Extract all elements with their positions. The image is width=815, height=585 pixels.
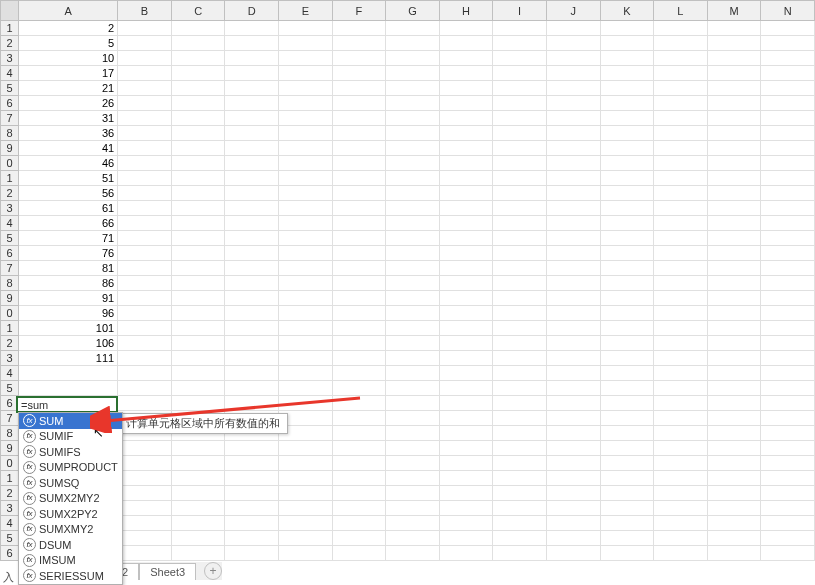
column-header-A[interactable]: A (18, 1, 117, 21)
autocomplete-item-sumx2py2[interactable]: fxSUMX2PY2 (19, 506, 122, 522)
cell[interactable] (225, 36, 279, 51)
cell[interactable] (332, 186, 386, 201)
cell[interactable] (546, 501, 600, 516)
cell[interactable] (279, 171, 333, 186)
cell[interactable] (225, 231, 279, 246)
cell[interactable] (225, 126, 279, 141)
cell[interactable] (546, 531, 600, 546)
row-header[interactable]: 4 (1, 216, 19, 231)
cell[interactable] (707, 201, 761, 216)
cell[interactable] (600, 66, 654, 81)
cell[interactable] (600, 306, 654, 321)
cell[interactable] (171, 276, 225, 291)
cell[interactable] (600, 276, 654, 291)
cell[interactable] (707, 261, 761, 276)
cell[interactable] (118, 201, 172, 216)
cell[interactable] (707, 546, 761, 561)
row-header[interactable]: 2 (1, 336, 19, 351)
cell[interactable] (386, 156, 440, 171)
cell[interactable] (654, 36, 708, 51)
cell[interactable] (761, 531, 815, 546)
cell[interactable] (493, 201, 547, 216)
cell[interactable] (707, 36, 761, 51)
cell[interactable] (654, 81, 708, 96)
cell[interactable] (546, 336, 600, 351)
cell[interactable] (171, 246, 225, 261)
cell[interactable] (761, 156, 815, 171)
cell[interactable] (761, 471, 815, 486)
cell[interactable] (654, 381, 708, 396)
cell[interactable] (707, 366, 761, 381)
cell[interactable] (386, 426, 440, 441)
cell[interactable] (600, 501, 654, 516)
cell[interactable] (546, 291, 600, 306)
cell[interactable] (493, 291, 547, 306)
cell[interactable] (171, 81, 225, 96)
cell[interactable] (707, 66, 761, 81)
cell[interactable] (439, 126, 493, 141)
cell[interactable] (600, 411, 654, 426)
cell[interactable] (386, 381, 440, 396)
cell[interactable] (761, 351, 815, 366)
cell[interactable] (707, 516, 761, 531)
cell[interactable] (493, 246, 547, 261)
cell[interactable] (386, 141, 440, 156)
cell[interactable] (707, 156, 761, 171)
cell[interactable] (546, 366, 600, 381)
cell[interactable] (225, 396, 279, 411)
cell[interactable] (332, 51, 386, 66)
cell[interactable]: 17 (18, 66, 117, 81)
cell[interactable] (707, 126, 761, 141)
cell[interactable] (654, 246, 708, 261)
cell[interactable] (761, 381, 815, 396)
cell[interactable] (332, 126, 386, 141)
column-header-L[interactable]: L (654, 1, 708, 21)
cell[interactable] (600, 381, 654, 396)
cell[interactable] (118, 246, 172, 261)
cell[interactable] (279, 366, 333, 381)
row-header[interactable]: 0 (1, 456, 19, 471)
cell[interactable]: 31 (18, 111, 117, 126)
cell[interactable] (332, 411, 386, 426)
cell[interactable] (546, 111, 600, 126)
cell[interactable] (546, 321, 600, 336)
cell[interactable] (654, 171, 708, 186)
cell[interactable] (707, 441, 761, 456)
cell[interactable] (546, 546, 600, 561)
cell[interactable] (386, 21, 440, 36)
cell[interactable] (386, 51, 440, 66)
cell[interactable] (225, 141, 279, 156)
cell[interactable] (654, 96, 708, 111)
column-header-D[interactable]: D (225, 1, 279, 21)
cell[interactable] (225, 246, 279, 261)
cell[interactable] (654, 531, 708, 546)
cell[interactable] (439, 186, 493, 201)
cell[interactable] (118, 366, 172, 381)
cell[interactable] (332, 336, 386, 351)
cell[interactable]: 96 (18, 306, 117, 321)
cell[interactable] (493, 366, 547, 381)
cell[interactable] (546, 411, 600, 426)
cell[interactable] (600, 456, 654, 471)
cell[interactable] (171, 231, 225, 246)
cell[interactable] (707, 306, 761, 321)
row-header[interactable]: 8 (1, 276, 19, 291)
cell[interactable] (279, 36, 333, 51)
cell[interactable] (118, 51, 172, 66)
cell[interactable] (546, 171, 600, 186)
cell[interactable] (707, 231, 761, 246)
cell[interactable] (707, 531, 761, 546)
cell[interactable] (546, 261, 600, 276)
active-cell-formula-input[interactable]: =sum (16, 396, 118, 413)
autocomplete-item-sum[interactable]: fxSUM (19, 413, 122, 429)
cell[interactable] (118, 336, 172, 351)
cell[interactable] (707, 51, 761, 66)
cell[interactable] (386, 336, 440, 351)
cell[interactable] (279, 501, 333, 516)
column-header-B[interactable]: B (118, 1, 172, 21)
cell[interactable] (654, 351, 708, 366)
cell[interactable] (546, 306, 600, 321)
cell[interactable] (386, 501, 440, 516)
cell[interactable] (171, 516, 225, 531)
cell[interactable]: 111 (18, 351, 117, 366)
